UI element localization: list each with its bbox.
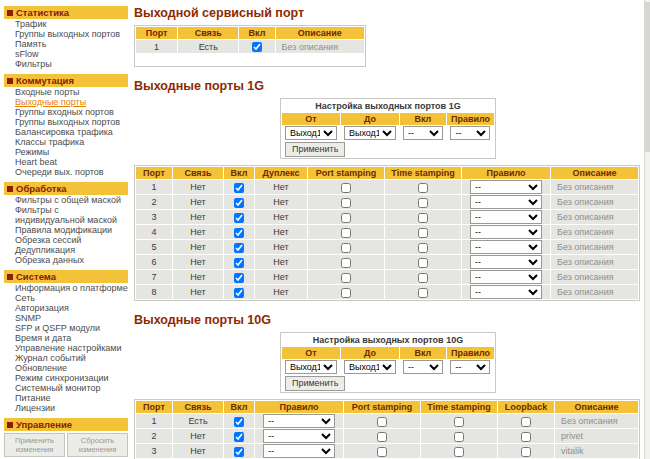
port-stamping-checkbox[interactable] xyxy=(341,258,351,268)
time-stamping-checkbox[interactable] xyxy=(418,258,428,268)
port-stamping-checkbox[interactable] xyxy=(377,432,387,442)
enable-select[interactable]: -- xyxy=(403,126,443,140)
enable-checkbox[interactable] xyxy=(234,288,244,298)
port-stamping-checkbox[interactable] xyxy=(341,228,351,238)
apply-button[interactable]: Применить xyxy=(285,142,346,157)
sidebar-item-snmp[interactable]: SNMP xyxy=(4,313,128,323)
apply-button[interactable]: Применить xyxy=(285,376,346,391)
sidebar-item-output-queues[interactable]: Очереди вых. портов xyxy=(4,167,128,177)
sidebar-item-individual-mask-filters[interactable]: Фильтры с индивидуальной маской xyxy=(4,205,128,225)
enable-checkbox[interactable] xyxy=(234,273,244,283)
sidebar-item-platform-info[interactable]: Информация о платформе xyxy=(4,283,128,293)
sidebar-item-sync-mode[interactable]: Режим синхронизации xyxy=(4,373,128,383)
sidebar-item-licenses[interactable]: Лицензии xyxy=(4,403,128,413)
time-stamping-checkbox[interactable] xyxy=(454,447,464,457)
port-stamping-checkbox[interactable] xyxy=(377,417,387,427)
sidebar-item-settings-management[interactable]: Управление настройками xyxy=(4,343,128,353)
rule-select[interactable]: -- xyxy=(470,180,542,194)
sidebar-item-input-port-groups[interactable]: Группы входных портов xyxy=(4,107,128,117)
port-stamping-checkbox[interactable] xyxy=(377,447,387,457)
port-stamping-checkbox[interactable] xyxy=(341,183,351,193)
time-stamping-checkbox[interactable] xyxy=(454,417,464,427)
rule-select[interactable]: -- xyxy=(470,240,542,254)
port-stamping-checkbox[interactable] xyxy=(341,213,351,223)
loopback-checkbox[interactable] xyxy=(521,432,531,442)
port-stamping-checkbox[interactable] xyxy=(341,198,351,208)
rule-select[interactable]: -- xyxy=(470,225,542,239)
sidebar-item-sflow[interactable]: sFlow xyxy=(4,49,128,59)
from-port-select[interactable]: Выход1 xyxy=(285,360,337,374)
time-stamping-checkbox[interactable] xyxy=(418,198,428,208)
rule-select[interactable]: -- xyxy=(470,210,542,224)
sidebar-item-deduplication[interactable]: Дедупликация xyxy=(4,245,128,255)
sidebar-item-output-ports[interactable]: Выходные порты xyxy=(4,97,128,107)
enable-checkbox[interactable] xyxy=(234,228,244,238)
rule-select[interactable]: -- xyxy=(263,444,335,458)
column-header: Связь xyxy=(178,27,238,39)
loopback-checkbox[interactable] xyxy=(521,417,531,427)
port-stamping-checkbox[interactable] xyxy=(341,243,351,253)
time-stamping-checkbox[interactable] xyxy=(454,432,464,442)
enable-checkbox[interactable] xyxy=(234,198,244,208)
sidebar-item-event-log[interactable]: Журнал событий xyxy=(4,353,128,363)
sidebar-item-network[interactable]: Сеть xyxy=(4,293,128,303)
sidebar-item-common-mask-filters[interactable]: Фильтры с общей маской xyxy=(4,195,128,205)
rule-select[interactable]: -- xyxy=(470,255,542,269)
sidebar-item-load-balancing[interactable]: Балансировка трафика xyxy=(4,127,128,137)
sidebar-item-memory[interactable]: Память xyxy=(4,39,128,49)
to-port-select[interactable]: Выход1 xyxy=(344,126,396,140)
time-stamping-checkbox[interactable] xyxy=(418,273,428,283)
vertical-scrollbar[interactable] xyxy=(644,0,650,459)
sidebar-item-traffic-classes[interactable]: Классы трафика xyxy=(4,137,128,147)
enable-select[interactable]: -- xyxy=(403,360,443,374)
sidebar-item-update[interactable]: Обновление xyxy=(4,363,128,373)
sidebar-item-modification-rules[interactable]: Правила модификации xyxy=(4,225,128,235)
port-stamping-checkbox[interactable] xyxy=(341,273,351,283)
enable-cell xyxy=(239,40,274,53)
time-stamping-checkbox[interactable] xyxy=(418,228,428,238)
enable-checkbox[interactable] xyxy=(234,243,244,253)
sidebar-item-input-ports[interactable]: Входные порты xyxy=(4,87,128,97)
scrollbar-thumb[interactable] xyxy=(645,2,650,152)
time-stamping-checkbox[interactable] xyxy=(418,183,428,193)
reset-changes-button[interactable]: Сбросить изменения xyxy=(67,433,128,457)
enable-checkbox[interactable] xyxy=(234,447,244,457)
sidebar-item-output-port-groups-stats[interactable]: Группы выходных портов xyxy=(4,29,128,39)
section-title: Статистика xyxy=(16,7,69,18)
sidebar-item-sfp-modules[interactable]: SFP и QSFP модули xyxy=(4,323,128,333)
sidebar-item-traffic[interactable]: Трафик xyxy=(4,19,128,29)
enable-checkbox[interactable] xyxy=(252,42,262,52)
rule-select[interactable]: -- xyxy=(450,360,490,374)
time-stamping-checkbox[interactable] xyxy=(418,243,428,253)
sidebar-item-output-port-groups[interactable]: Группы выходных портов xyxy=(4,117,128,127)
port-stamping-checkbox[interactable] xyxy=(341,288,351,298)
sidebar-item-data-trim[interactable]: Обрезка данных xyxy=(4,255,128,265)
rule-select[interactable]: -- xyxy=(470,195,542,209)
column-header: Порт xyxy=(136,401,172,413)
rule-select[interactable]: -- xyxy=(263,429,335,443)
enable-checkbox[interactable] xyxy=(234,183,244,193)
sidebar-item-filters-stats[interactable]: Фильтры xyxy=(4,59,128,69)
from-port-select[interactable]: Выход1 xyxy=(285,126,337,140)
rule-select[interactable]: -- xyxy=(470,270,542,284)
time-stamping-checkbox[interactable] xyxy=(418,288,428,298)
sidebar-item-modes[interactable]: Режимы xyxy=(4,147,128,157)
sidebar-item-power[interactable]: Питание xyxy=(4,393,128,403)
sidebar-item-date-time[interactable]: Время и дата xyxy=(4,333,128,343)
rule-select[interactable]: -- xyxy=(263,414,335,428)
enable-checkbox[interactable] xyxy=(234,417,244,427)
loopback-checkbox[interactable] xyxy=(521,447,531,457)
time-stamping-checkbox[interactable] xyxy=(418,213,428,223)
apply-changes-button[interactable]: Применить изменения xyxy=(4,433,65,457)
to-port-select[interactable]: Выход1 xyxy=(344,360,396,374)
ports-10g-settings: Настройка выходных портов 10G От До Вкл … xyxy=(280,332,496,393)
rule-select[interactable]: -- xyxy=(450,126,490,140)
sidebar-item-heartbeat[interactable]: Heart beat xyxy=(4,157,128,167)
enable-checkbox[interactable] xyxy=(234,258,244,268)
enable-checkbox[interactable] xyxy=(234,213,244,223)
sidebar-item-authorization[interactable]: Авторизация xyxy=(4,303,128,313)
sidebar-item-session-trim[interactable]: Обрезка сессий xyxy=(4,235,128,245)
enable-checkbox[interactable] xyxy=(234,432,244,442)
rule-select[interactable]: -- xyxy=(470,285,542,299)
sidebar-item-system-monitor[interactable]: Системный монитор xyxy=(4,383,128,393)
